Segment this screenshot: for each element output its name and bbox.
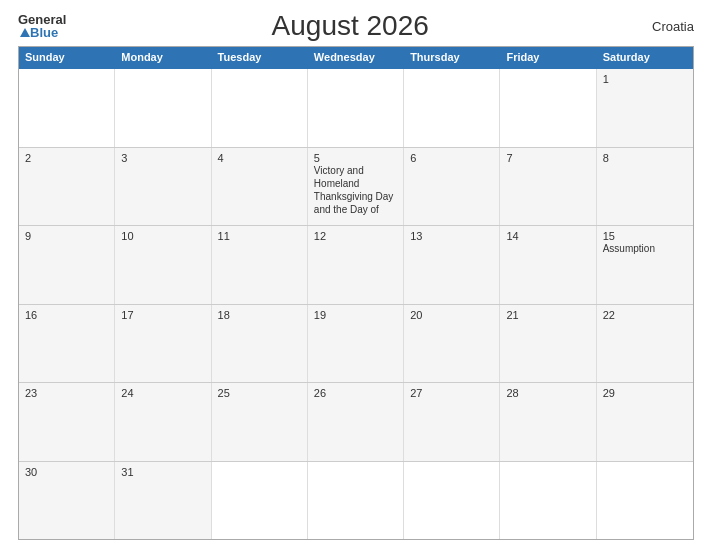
cal-cell-r3-c1: 17 xyxy=(115,305,211,383)
cal-day-number: 14 xyxy=(506,230,589,242)
cal-day-number: 6 xyxy=(410,152,493,164)
logo: General Blue xyxy=(18,13,66,39)
cal-cell-r3-c4: 20 xyxy=(404,305,500,383)
cal-day-number: 17 xyxy=(121,309,204,321)
cal-day-number: 19 xyxy=(314,309,397,321)
weekday-monday: Monday xyxy=(115,47,211,67)
cal-day-number: 7 xyxy=(506,152,589,164)
cal-cell-r0-c0 xyxy=(19,69,115,147)
calendar-row-4: 23242526272829 xyxy=(19,382,693,461)
cal-day-number: 18 xyxy=(218,309,301,321)
cal-day-number: 31 xyxy=(121,466,204,478)
cal-cell-r2-c1: 10 xyxy=(115,226,211,304)
calendar: Sunday Monday Tuesday Wednesday Thursday… xyxy=(18,46,694,540)
cal-cell-r3-c3: 19 xyxy=(308,305,404,383)
cal-day-number: 12 xyxy=(314,230,397,242)
cal-cell-r1-c6: 8 xyxy=(597,148,693,226)
cal-day-number: 26 xyxy=(314,387,397,399)
cal-cell-r2-c6: 15Assumption xyxy=(597,226,693,304)
cal-day-number: 24 xyxy=(121,387,204,399)
cal-day-number: 16 xyxy=(25,309,108,321)
cal-cell-r5-c6 xyxy=(597,462,693,540)
cal-cell-r0-c2 xyxy=(212,69,308,147)
cal-cell-r2-c4: 13 xyxy=(404,226,500,304)
weekday-thursday: Thursday xyxy=(404,47,500,67)
cal-cell-r3-c6: 22 xyxy=(597,305,693,383)
logo-triangle-icon xyxy=(20,28,30,37)
cal-day-number: 13 xyxy=(410,230,493,242)
cal-cell-r1-c0: 2 xyxy=(19,148,115,226)
cal-event-text: Assumption xyxy=(603,243,655,254)
cal-day-number: 29 xyxy=(603,387,687,399)
logo-blue-text: Blue xyxy=(18,26,58,39)
cal-cell-r5-c3 xyxy=(308,462,404,540)
cal-day-number: 9 xyxy=(25,230,108,242)
weekday-tuesday: Tuesday xyxy=(212,47,308,67)
page-header: General Blue August 2026 Croatia xyxy=(18,10,694,42)
weekday-sunday: Sunday xyxy=(19,47,115,67)
calendar-body: 12345Victory and Homeland Thanksgiving D… xyxy=(19,67,693,539)
cal-cell-r0-c3 xyxy=(308,69,404,147)
cal-day-number: 2 xyxy=(25,152,108,164)
cal-cell-r2-c0: 9 xyxy=(19,226,115,304)
calendar-row-3: 16171819202122 xyxy=(19,304,693,383)
cal-cell-r0-c6: 1 xyxy=(597,69,693,147)
cal-cell-r4-c1: 24 xyxy=(115,383,211,461)
cal-day-number: 8 xyxy=(603,152,687,164)
cal-cell-r1-c1: 3 xyxy=(115,148,211,226)
cal-day-number: 3 xyxy=(121,152,204,164)
cal-cell-r3-c0: 16 xyxy=(19,305,115,383)
calendar-header: Sunday Monday Tuesday Wednesday Thursday… xyxy=(19,47,693,67)
cal-day-number: 10 xyxy=(121,230,204,242)
cal-day-number: 25 xyxy=(218,387,301,399)
cal-cell-r0-c1 xyxy=(115,69,211,147)
page-title: August 2026 xyxy=(66,10,634,42)
cal-cell-r0-c4 xyxy=(404,69,500,147)
cal-cell-r4-c2: 25 xyxy=(212,383,308,461)
cal-day-number: 15 xyxy=(603,230,687,242)
cal-cell-r5-c0: 30 xyxy=(19,462,115,540)
calendar-page: General Blue August 2026 Croatia Sunday … xyxy=(0,0,712,550)
cal-cell-r5-c2 xyxy=(212,462,308,540)
cal-cell-r2-c3: 12 xyxy=(308,226,404,304)
cal-cell-r1-c2: 4 xyxy=(212,148,308,226)
cal-day-number: 5 xyxy=(314,152,397,164)
cal-cell-r4-c3: 26 xyxy=(308,383,404,461)
weekday-saturday: Saturday xyxy=(597,47,693,67)
cal-cell-r5-c4 xyxy=(404,462,500,540)
country-label: Croatia xyxy=(634,19,694,34)
cal-cell-r5-c1: 31 xyxy=(115,462,211,540)
cal-cell-r3-c2: 18 xyxy=(212,305,308,383)
cal-day-number: 4 xyxy=(218,152,301,164)
calendar-row-5: 3031 xyxy=(19,461,693,540)
calendar-row-2: 9101112131415Assumption xyxy=(19,225,693,304)
cal-cell-r2-c5: 14 xyxy=(500,226,596,304)
cal-cell-r0-c5 xyxy=(500,69,596,147)
cal-cell-r5-c5 xyxy=(500,462,596,540)
cal-day-number: 21 xyxy=(506,309,589,321)
cal-cell-r1-c3: 5Victory and Homeland Thanksgiving Day a… xyxy=(308,148,404,226)
cal-cell-r3-c5: 21 xyxy=(500,305,596,383)
cal-day-number: 1 xyxy=(603,73,687,85)
weekday-wednesday: Wednesday xyxy=(308,47,404,67)
cal-cell-r4-c4: 27 xyxy=(404,383,500,461)
calendar-row-0: 1 xyxy=(19,67,693,147)
cal-cell-r4-c6: 29 xyxy=(597,383,693,461)
cal-cell-r1-c5: 7 xyxy=(500,148,596,226)
cal-cell-r4-c5: 28 xyxy=(500,383,596,461)
cal-day-number: 30 xyxy=(25,466,108,478)
cal-day-number: 27 xyxy=(410,387,493,399)
cal-cell-r1-c4: 6 xyxy=(404,148,500,226)
cal-day-number: 20 xyxy=(410,309,493,321)
calendar-row-1: 2345Victory and Homeland Thanksgiving Da… xyxy=(19,147,693,226)
cal-day-number: 11 xyxy=(218,230,301,242)
cal-event-text: Victory and Homeland Thanksgiving Day an… xyxy=(314,165,393,215)
cal-day-number: 28 xyxy=(506,387,589,399)
cal-cell-r2-c2: 11 xyxy=(212,226,308,304)
cal-day-number: 22 xyxy=(603,309,687,321)
weekday-friday: Friday xyxy=(500,47,596,67)
cal-cell-r4-c0: 23 xyxy=(19,383,115,461)
cal-day-number: 23 xyxy=(25,387,108,399)
